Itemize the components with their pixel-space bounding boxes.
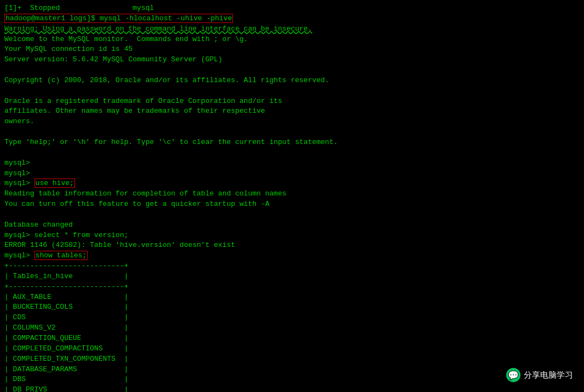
show-tables-command: show tables;: [35, 251, 88, 260]
row-text: | AUX_TABLE |: [4, 293, 128, 301]
table-row: | DBS |: [4, 374, 580, 385]
terminal-line: Server version: 5.6.42 MySQL Community S…: [4, 55, 580, 65]
terminal-line: Reading table information for completion…: [4, 189, 580, 199]
header-text: | Tables_in_hive |: [4, 272, 128, 280]
table-row: | AUX_TABLE |: [4, 292, 580, 303]
row-text: | COLUMNS_V2 |: [4, 324, 128, 332]
line-text: Reading table information for completion…: [4, 189, 287, 198]
row-text: | BUCKETING_COLS |: [4, 303, 128, 311]
terminal-line: [4, 148, 580, 158]
table-header-line: | Tables_in_hive |: [4, 272, 580, 282]
terminal-window[interactable]: [1]+ Stopped mysql hadoop@master1 logs]$…: [0, 0, 584, 392]
prompt-text: mysql>: [4, 159, 30, 167]
terminal-line: Type 'help;' or '\h' for help. Type '\c'…: [4, 137, 580, 148]
terminal-line: Oracle is a registered trademark of Orac…: [4, 96, 580, 107]
line-text: mysql> select * from version;: [4, 231, 128, 239]
terminal-line: mysql> select * from version;: [4, 230, 580, 241]
line-text: Type 'help;' or '\h' for help. Type '\c'…: [4, 138, 338, 146]
line-text: Oracle is a registered trademark of Orac…: [4, 97, 282, 105]
terminal-line: hadoop@master1 logs]$ mysql -hlocalhost …: [4, 14, 580, 24]
terminal-line: [4, 65, 580, 76]
terminal-line: mysql> use hive;: [4, 178, 580, 189]
table-row: | COMPLETED_COMPACTIONS |: [4, 344, 580, 354]
watermark-text: 分享电脑学习: [524, 370, 573, 381]
table-row: | COMPACTION_QUEUE |: [4, 333, 580, 344]
error-text: ERROR 1146 (42S02): Table 'hive.version'…: [4, 241, 235, 249]
terminal-line: mysql> show tables;: [4, 251, 580, 261]
line-text: You can turn off this feature to get a q…: [4, 200, 270, 208]
terminal-prompt: mysql>: [4, 169, 580, 179]
line-text: Your MySQL connection id is 45: [4, 45, 133, 53]
terminal-line: [4, 210, 580, 220]
table-row: | BUCKETING_COLS |: [4, 302, 580, 313]
border-text: +---------------------------+: [4, 283, 128, 291]
terminal-line: [1]+ Stopped mysql: [4, 3, 580, 14]
terminal-line: affiliates. Other names may be trademark…: [4, 106, 580, 117]
row-text: | DB_PRIVS |: [4, 385, 128, 392]
terminal-line: Your MySQL connection id is 45: [4, 44, 580, 55]
table-row: | DB_PRIVS |: [4, 385, 580, 392]
row-text: | COMPLETED_COMPACTIONS |: [4, 344, 128, 353]
terminal-line: [4, 86, 580, 96]
table-row: | COMPLETED_TXN_COMPONENTS |: [4, 354, 580, 365]
terminal-prompt: mysql>: [4, 158, 580, 169]
line-text: affiliates. Other names may be trademark…: [4, 107, 265, 115]
table-row: | DATABASE_PARAMS |: [4, 365, 580, 375]
command-highlight: hadoop@master1 logs]$ mysql -hlocalhost …: [4, 14, 233, 23]
line-text: Copyright (c) 2000, 2018, Oracle and/or …: [4, 76, 329, 84]
terminal-line: Welcome to the MySQL monitor. Commands e…: [4, 34, 580, 45]
terminal-line: Copyright (c) 2000, 2018, Oracle and/or …: [4, 76, 580, 86]
row-text: | COMPLETED_TXN_COMPONENTS |: [4, 355, 128, 363]
line-text: owners.: [4, 117, 35, 125]
row-text: | DATABASE_PARAMS |: [4, 365, 128, 373]
line-text: Server version: 5.6.42 MySQL Community S…: [4, 55, 222, 64]
line-text: Welcome to the MySQL monitor. Commands e…: [4, 35, 248, 43]
table-border-line: +---------------------------+: [4, 261, 580, 272]
border-text: +---------------------------+: [4, 262, 128, 270]
table-border-line: +---------------------------+: [4, 282, 580, 292]
row-text: | CDS |: [4, 313, 128, 321]
terminal-line: [4, 127, 580, 137]
use-hive-command: use hive;: [35, 178, 75, 188]
terminal-line: You can turn off this feature to get a q…: [4, 199, 580, 210]
terminal-line: Warning: Using a password on the command…: [4, 24, 580, 34]
warning-line: Warning: Using a password on the command…: [4, 25, 312, 33]
wechat-icon: 💬: [506, 368, 520, 382]
prompt-text: mysql>: [4, 169, 30, 177]
line-text: Database changed: [4, 221, 73, 229]
terminal-line: owners.: [4, 117, 580, 127]
terminal-line: ERROR 1146 (42S02): Table 'hive.version'…: [4, 240, 580, 251]
row-text: | DBS |: [4, 375, 128, 383]
table-row: | CDS |: [4, 313, 580, 323]
watermark: 💬 分享电脑学习: [506, 368, 573, 382]
terminal-line: Database changed: [4, 220, 580, 230]
table-row: | COLUMNS_V2 |: [4, 323, 580, 333]
line-text: [1]+ Stopped mysql: [4, 4, 154, 12]
row-text: | COMPACTION_QUEUE |: [4, 334, 128, 342]
